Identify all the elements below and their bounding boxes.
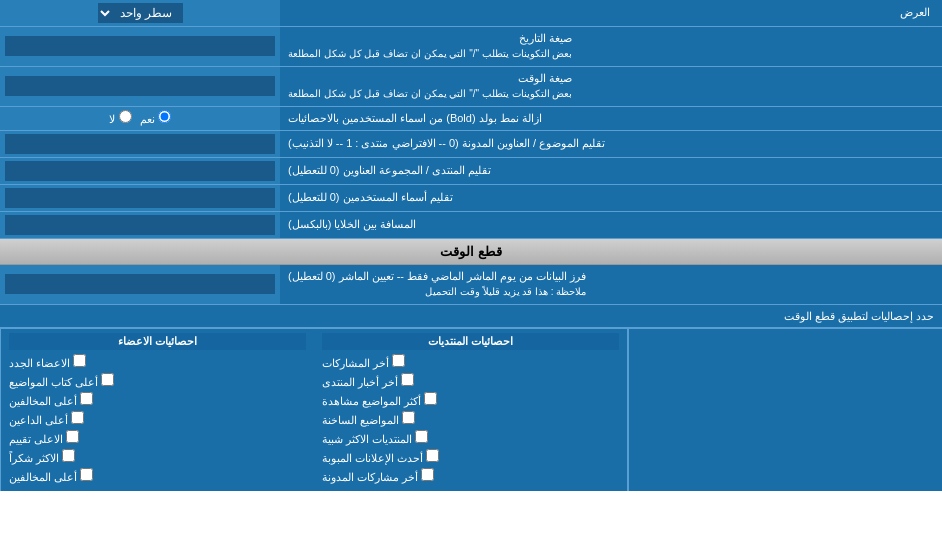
- stats-limit-row: حدد إحصاليات لتطبيق قطع الوقت: [0, 305, 942, 328]
- stats-check-most-viewed[interactable]: [424, 392, 437, 405]
- topic-titles-input-cell[interactable]: 33: [0, 131, 280, 157]
- stats-section: احصائيات المنتديات أخر المشاركات أخر أخب…: [0, 328, 942, 491]
- forum-group-input-cell[interactable]: 33: [0, 158, 280, 184]
- stats-item-classifieds: أحدث الإعلانات المبوبة: [322, 449, 619, 465]
- stats-check-classifieds[interactable]: [426, 449, 439, 462]
- bold-no-radio[interactable]: [119, 110, 132, 123]
- topic-titles-row: تقليم الموضوع / العناوين المدونة (0 -- ا…: [0, 131, 942, 158]
- stats-label-most-viewed[interactable]: أكثر المواضيع مشاهدة: [322, 392, 437, 408]
- bold-no-label[interactable]: لا: [109, 110, 131, 126]
- cell-spacing-row: المسافة بين الخلايا (بالبكسل) 2: [0, 212, 942, 239]
- stats-label-new-members[interactable]: الاعضاء الجدد: [9, 354, 86, 370]
- stats-label-top-rated[interactable]: أعلى الداعين: [9, 411, 84, 427]
- forum-group-label: تقليم المنتدى / المجموعة العناوين (0 للت…: [280, 158, 942, 184]
- stats-label-top-rep[interactable]: الاعلى تقييم: [9, 430, 79, 446]
- bold-yes-radio[interactable]: [158, 110, 171, 123]
- stats-check-similar-forums[interactable]: [415, 430, 428, 443]
- stats-label-top-writers[interactable]: أعلى كتاب المواضيع: [9, 373, 114, 389]
- stats-item-most-thanks: الاكثر شكراً: [9, 449, 306, 465]
- stats-label-similar-forums[interactable]: المنتديات الاكثر شبية: [322, 430, 428, 446]
- stats-label-classifieds[interactable]: أحدث الإعلانات المبوبة: [322, 449, 439, 465]
- stats-item-most-viewed: أكثر المواضيع مشاهدة: [322, 392, 619, 408]
- stats-check-shares[interactable]: [392, 354, 405, 367]
- stats-check-top-rated[interactable]: [71, 411, 84, 424]
- date-format-input-cell[interactable]: d-m: [0, 27, 280, 66]
- stats-item-shares: أخر المشاركات: [322, 354, 619, 370]
- stats-item-blog: أخر مشاركات المدونة: [322, 468, 619, 484]
- stats-check-forum-news[interactable]: [401, 373, 414, 386]
- stats-label-shares[interactable]: أخر المشاركات: [322, 354, 405, 370]
- line-display-cell[interactable]: سطر واحد سطرين: [0, 0, 280, 26]
- cutoff-input-cell[interactable]: 0: [0, 265, 280, 304]
- stats-check-top-writers[interactable]: [101, 373, 114, 386]
- cell-spacing-label: المسافة بين الخلايا (بالبكسل): [280, 212, 942, 238]
- stats-label-hot[interactable]: المواضيع الساخنة: [322, 411, 415, 427]
- forum-stats-col: احصائيات المنتديات أخر المشاركات أخر أخب…: [314, 329, 628, 491]
- usernames-row: تقليم أسماء المستخدمين (0 للتعطيل) 0: [0, 185, 942, 212]
- stats-right-placeholder: [628, 329, 942, 491]
- stats-check-hot[interactable]: [402, 411, 415, 424]
- topic-titles-input[interactable]: 33: [5, 134, 275, 154]
- stats-label-blog[interactable]: أخر مشاركات المدونة: [322, 468, 434, 484]
- cutoff-section-header: قطع الوقت: [0, 239, 942, 265]
- usernames-label: تقليم أسماء المستخدمين (0 للتعطيل): [280, 185, 942, 211]
- stats-check-top-rep[interactable]: [66, 430, 79, 443]
- usernames-input-cell[interactable]: 0: [0, 185, 280, 211]
- stats-check-blog[interactable]: [421, 468, 434, 481]
- title-label: العرض: [280, 0, 942, 26]
- cell-spacing-input-cell[interactable]: 2: [0, 212, 280, 238]
- stats-item-top-violators: أعلى المخالفين: [9, 468, 306, 484]
- forum-stats-title: احصائيات المنتديات: [322, 333, 619, 350]
- cutoff-input[interactable]: 0: [5, 274, 275, 294]
- member-stats-col: احصائيات الاعضاء الاعضاء الجدد أعلى كتاب…: [0, 329, 314, 491]
- stats-label-most-thanks[interactable]: الاكثر شكراً: [9, 449, 75, 465]
- stats-item-top-rated: أعلى الداعين: [9, 411, 306, 427]
- stats-item-hot: المواضيع الساخنة: [322, 411, 619, 427]
- stats-item-top-inviters: أعلى المخالفين: [9, 392, 306, 408]
- stats-check-top-inviters[interactable]: [80, 392, 93, 405]
- date-format-label: صيغة التاريخبعض التكوينات يتطلب "/" التي…: [280, 27, 942, 66]
- cell-spacing-input[interactable]: 2: [5, 215, 275, 235]
- line-display-select[interactable]: سطر واحد سطرين: [98, 3, 183, 23]
- stats-item-top-rep: الاعلى تقييم: [9, 430, 306, 446]
- forum-group-input[interactable]: 33: [5, 161, 275, 181]
- stats-label-forum-news[interactable]: أخر أخبار المنتدى: [322, 373, 414, 389]
- bold-remove-radio-cell[interactable]: نعم لا: [0, 107, 280, 130]
- stats-item-new-members: الاعضاء الجدد: [9, 354, 306, 370]
- title-row: العرض سطر واحد سطرين: [0, 0, 942, 27]
- stats-item-forum-news: أخر أخبار المنتدى: [322, 373, 619, 389]
- stats-label-top-inviters[interactable]: أعلى المخالفين: [9, 392, 93, 408]
- stats-limit-label: حدد إحصاليات لتطبيق قطع الوقت: [784, 310, 934, 322]
- stats-check-most-thanks[interactable]: [62, 449, 75, 462]
- member-stats-title: احصائيات الاعضاء: [9, 333, 306, 350]
- stats-item-similar-forums: المنتديات الاكثر شبية: [322, 430, 619, 446]
- stats-item-top-writers: أعلى كتاب المواضيع: [9, 373, 306, 389]
- time-format-input[interactable]: H:i: [5, 76, 275, 96]
- topic-titles-label: تقليم الموضوع / العناوين المدونة (0 -- ا…: [280, 131, 942, 157]
- time-format-input-cell[interactable]: H:i: [0, 67, 280, 106]
- date-format-input[interactable]: d-m: [5, 36, 275, 56]
- forum-group-row: تقليم المنتدى / المجموعة العناوين (0 للت…: [0, 158, 942, 185]
- stats-label-top-violators[interactable]: أعلى المخالفين: [9, 468, 93, 484]
- stats-check-new-members[interactable]: [73, 354, 86, 367]
- cutoff-row: فرز البيانات من يوم الماشر الماضي فقط --…: [0, 265, 942, 305]
- bold-yes-label[interactable]: نعم: [140, 110, 171, 126]
- time-format-row: صيغة الوقتبعض التكوينات يتطلب "/" التي ي…: [0, 67, 942, 107]
- bold-remove-label: ازالة نمط بولد (Bold) من اسماء المستخدمي…: [280, 107, 942, 130]
- date-format-row: صيغة التاريخبعض التكوينات يتطلب "/" التي…: [0, 27, 942, 67]
- usernames-input[interactable]: 0: [5, 188, 275, 208]
- stats-check-top-violators[interactable]: [80, 468, 93, 481]
- bold-radio-group: نعم لا: [109, 110, 170, 126]
- bold-remove-row: ازالة نمط بولد (Bold) من اسماء المستخدمي…: [0, 107, 942, 131]
- time-format-label: صيغة الوقتبعض التكوينات يتطلب "/" التي ي…: [280, 67, 942, 106]
- cutoff-label: فرز البيانات من يوم الماشر الماضي فقط --…: [280, 265, 942, 304]
